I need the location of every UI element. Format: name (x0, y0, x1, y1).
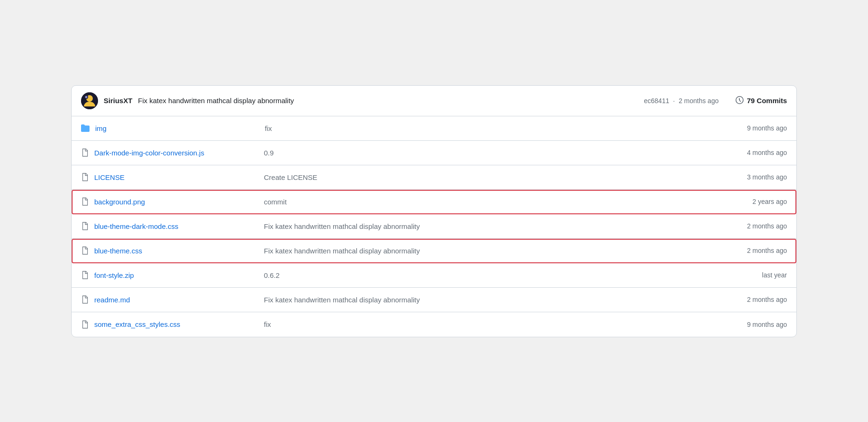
file-icon (81, 197, 89, 206)
file-name[interactable]: Dark-mode-img-color-conversion.js (94, 149, 245, 157)
file-icon (81, 246, 89, 255)
table-row[interactable]: blue-theme-dark-mode.css Fix katex handw… (72, 214, 796, 239)
commits-label: 79 Commits (747, 97, 787, 105)
file-name[interactable]: blue-theme.css (94, 247, 245, 255)
file-name[interactable]: img (95, 124, 246, 132)
file-name[interactable]: blue-theme-dark-mode.css (94, 222, 245, 230)
table-row[interactable]: background.png commit 2 years ago (72, 190, 796, 214)
file-time: 9 months ago (730, 124, 787, 132)
header-hash[interactable]: ec68411 (644, 97, 670, 105)
commit-message: fix (246, 124, 730, 132)
commit-message: Create LICENSE (245, 173, 730, 181)
avatar[interactable] (81, 92, 98, 109)
file-name[interactable]: readme.md (94, 296, 245, 304)
header-dot: · (673, 97, 675, 105)
file-icon (81, 295, 89, 304)
file-name[interactable]: LICENSE (94, 173, 245, 181)
clock-icon (736, 96, 744, 106)
commit-message: Fix katex handwritten mathcal display ab… (245, 222, 730, 230)
repo-file-table: SiriusXT Fix katex handwritten mathcal d… (71, 85, 797, 337)
file-time: 9 months ago (730, 321, 787, 328)
file-icon (81, 173, 89, 181)
commit-message: Fix katex handwritten mathcal display ab… (245, 296, 730, 304)
table-row[interactable]: some_extra_css_styles.css fix 9 months a… (72, 312, 796, 337)
file-time: 4 months ago (730, 149, 787, 156)
file-rows-container: img fix 9 months ago Dark-mode-img-color… (72, 116, 796, 337)
commit-message: commit (245, 198, 730, 206)
table-row[interactable]: font-style.zip 0.6.2 last year (72, 263, 796, 288)
file-name[interactable]: background.png (94, 198, 245, 206)
table-row[interactable]: readme.md Fix katex handwritten mathcal … (72, 288, 796, 312)
file-time: 2 years ago (730, 198, 787, 205)
table-row[interactable]: LICENSE Create LICENSE 3 months ago (72, 165, 796, 190)
header-meta: ec68411 · 2 months ago (644, 97, 719, 105)
repo-header: SiriusXT Fix katex handwritten mathcal d… (72, 86, 796, 116)
header-time: 2 months ago (679, 97, 719, 105)
commit-message: 0.9 (245, 149, 730, 157)
file-time: 2 months ago (730, 247, 787, 254)
svg-point-3 (85, 96, 88, 98)
file-icon (81, 148, 89, 157)
file-icon (81, 271, 89, 279)
file-icon (81, 320, 89, 329)
file-icon (81, 222, 89, 230)
file-time: 2 months ago (730, 296, 787, 303)
folder-icon (81, 124, 90, 132)
header-username[interactable]: SiriusXT (104, 97, 132, 105)
table-row[interactable]: Dark-mode-img-color-conversion.js 0.9 4 … (72, 141, 796, 165)
commits-section[interactable]: 79 Commits (736, 96, 787, 106)
header-commit-message: Fix katex handwritten mathcal display ab… (138, 97, 294, 105)
file-name[interactable]: font-style.zip (94, 271, 245, 279)
table-row[interactable]: img fix 9 months ago (72, 116, 796, 141)
file-time: 2 months ago (730, 222, 787, 230)
commit-message: Fix katex handwritten mathcal display ab… (245, 247, 730, 255)
commit-message: 0.6.2 (245, 271, 730, 279)
commit-message: fix (245, 320, 730, 328)
file-time: last year (730, 271, 787, 279)
file-name[interactable]: some_extra_css_styles.css (94, 320, 245, 328)
table-row[interactable]: blue-theme.css Fix katex handwritten mat… (72, 239, 796, 263)
file-time: 3 months ago (730, 173, 787, 181)
